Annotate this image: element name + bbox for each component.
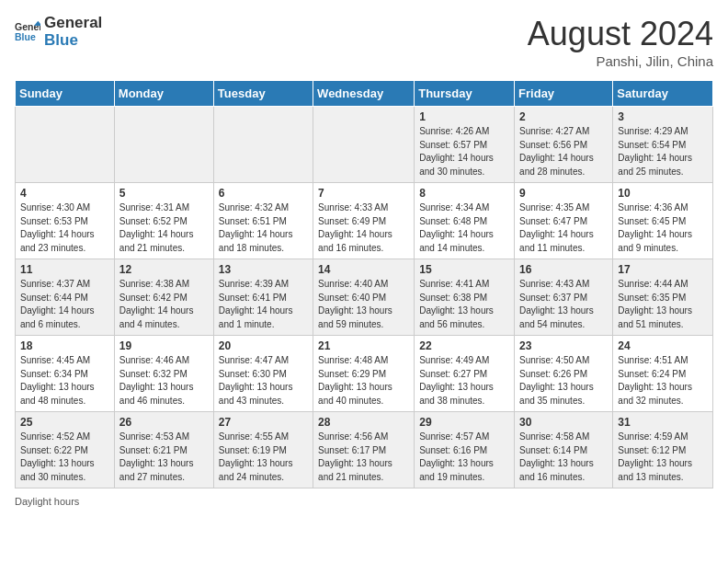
day-number: 5 [119, 187, 209, 200]
day-info: Sunrise: 4:51 AM Sunset: 6:24 PM Dayligh… [618, 354, 708, 408]
day-info: Sunrise: 4:59 AM Sunset: 6:12 PM Dayligh… [618, 431, 708, 484]
calendar-table: SundayMondayTuesdayWednesdayThursdayFrid… [15, 80, 713, 488]
day-cell: 11Sunrise: 4:37 AM Sunset: 6:44 PM Dayli… [16, 259, 115, 336]
logo-icon: General Blue [15, 19, 40, 45]
day-number: 11 [20, 263, 109, 276]
week-row-3: 11Sunrise: 4:37 AM Sunset: 6:44 PM Dayli… [16, 259, 713, 336]
day-cell: 3Sunrise: 4:29 AM Sunset: 6:54 PM Daylig… [613, 107, 713, 183]
day-cell: 25Sunrise: 4:52 AM Sunset: 6:22 PM Dayli… [16, 412, 115, 488]
day-cell: 6Sunrise: 4:32 AM Sunset: 6:51 PM Daylig… [213, 183, 313, 259]
column-header-sunday: Sunday [16, 81, 115, 107]
day-cell: 2Sunrise: 4:27 AM Sunset: 6:56 PM Daylig… [515, 107, 613, 183]
day-info: Sunrise: 4:48 AM Sunset: 6:29 PM Dayligh… [318, 354, 409, 408]
week-row-4: 18Sunrise: 4:45 AM Sunset: 6:34 PM Dayli… [16, 336, 713, 412]
day-number: 23 [519, 339, 608, 352]
day-cell: 26Sunrise: 4:53 AM Sunset: 6:21 PM Dayli… [114, 412, 213, 488]
day-number: 24 [618, 339, 708, 352]
day-info: Sunrise: 4:44 AM Sunset: 6:35 PM Dayligh… [618, 278, 708, 331]
day-info: Sunrise: 4:45 AM Sunset: 6:34 PM Dayligh… [20, 354, 109, 408]
day-cell: 9Sunrise: 4:35 AM Sunset: 6:47 PM Daylig… [515, 183, 613, 259]
day-cell: 19Sunrise: 4:46 AM Sunset: 6:32 PM Dayli… [114, 336, 213, 412]
daylight-label: Daylight hours [15, 496, 79, 507]
day-number: 22 [419, 339, 509, 352]
day-info: Sunrise: 4:26 AM Sunset: 6:57 PM Dayligh… [419, 125, 509, 178]
day-number: 19 [119, 339, 209, 352]
day-info: Sunrise: 4:58 AM Sunset: 6:14 PM Dayligh… [519, 431, 608, 484]
day-cell: 12Sunrise: 4:38 AM Sunset: 6:42 PM Dayli… [114, 259, 213, 336]
day-info: Sunrise: 4:50 AM Sunset: 6:26 PM Dayligh… [519, 354, 608, 408]
day-info: Sunrise: 4:40 AM Sunset: 6:40 PM Dayligh… [318, 278, 409, 331]
day-cell: 21Sunrise: 4:48 AM Sunset: 6:29 PM Dayli… [313, 336, 415, 412]
day-number: 4 [20, 187, 109, 200]
day-cell: 7Sunrise: 4:33 AM Sunset: 6:49 PM Daylig… [313, 183, 415, 259]
week-row-5: 25Sunrise: 4:52 AM Sunset: 6:22 PM Dayli… [16, 412, 713, 488]
day-cell: 23Sunrise: 4:50 AM Sunset: 6:26 PM Dayli… [515, 336, 613, 412]
day-number: 17 [618, 263, 708, 276]
week-row-1: 1Sunrise: 4:26 AM Sunset: 6:57 PM Daylig… [16, 107, 713, 183]
day-number: 31 [618, 416, 708, 429]
day-cell: 29Sunrise: 4:57 AM Sunset: 6:16 PM Dayli… [415, 412, 515, 488]
column-header-thursday: Thursday [415, 81, 515, 107]
title-block: August 2024 Panshi, Jilin, China [528, 15, 713, 69]
logo: General Blue General Blue [15, 15, 102, 49]
day-cell: 30Sunrise: 4:58 AM Sunset: 6:14 PM Dayli… [515, 412, 613, 488]
day-cell: 24Sunrise: 4:51 AM Sunset: 6:24 PM Dayli… [613, 336, 713, 412]
day-cell [213, 107, 313, 183]
column-header-tuesday: Tuesday [213, 81, 313, 107]
day-number: 8 [419, 187, 509, 200]
week-row-2: 4Sunrise: 4:30 AM Sunset: 6:53 PM Daylig… [16, 183, 713, 259]
day-number: 2 [519, 110, 608, 123]
day-number: 9 [519, 187, 608, 200]
day-cell: 16Sunrise: 4:43 AM Sunset: 6:37 PM Dayli… [515, 259, 613, 336]
day-info: Sunrise: 4:47 AM Sunset: 6:30 PM Dayligh… [219, 354, 308, 408]
day-number: 26 [119, 416, 209, 429]
day-info: Sunrise: 4:32 AM Sunset: 6:51 PM Dayligh… [219, 201, 308, 255]
day-info: Sunrise: 4:53 AM Sunset: 6:21 PM Dayligh… [119, 431, 209, 484]
day-cell: 10Sunrise: 4:36 AM Sunset: 6:45 PM Dayli… [613, 183, 713, 259]
day-cell: 13Sunrise: 4:39 AM Sunset: 6:41 PM Dayli… [213, 259, 313, 336]
day-cell [16, 107, 115, 183]
day-number: 1 [419, 110, 509, 123]
day-number: 15 [419, 263, 509, 276]
day-cell: 20Sunrise: 4:47 AM Sunset: 6:30 PM Dayli… [213, 336, 313, 412]
day-number: 3 [618, 110, 708, 123]
day-info: Sunrise: 4:55 AM Sunset: 6:19 PM Dayligh… [219, 431, 308, 484]
column-header-friday: Friday [515, 81, 613, 107]
day-info: Sunrise: 4:39 AM Sunset: 6:41 PM Dayligh… [219, 278, 308, 331]
calendar-header-row: SundayMondayTuesdayWednesdayThursdayFrid… [16, 81, 713, 107]
day-cell: 15Sunrise: 4:41 AM Sunset: 6:38 PM Dayli… [415, 259, 515, 336]
day-number: 12 [119, 263, 209, 276]
day-info: Sunrise: 4:43 AM Sunset: 6:37 PM Dayligh… [519, 278, 608, 331]
day-number: 18 [20, 339, 109, 352]
month-year-title: August 2024 [528, 15, 713, 53]
logo-general-text: General [44, 15, 102, 32]
day-cell: 28Sunrise: 4:56 AM Sunset: 6:17 PM Dayli… [313, 412, 415, 488]
day-cell: 27Sunrise: 4:55 AM Sunset: 6:19 PM Dayli… [213, 412, 313, 488]
column-header-wednesday: Wednesday [313, 81, 415, 107]
day-number: 30 [519, 416, 608, 429]
day-cell [313, 107, 415, 183]
day-cell: 14Sunrise: 4:40 AM Sunset: 6:40 PM Dayli… [313, 259, 415, 336]
day-number: 16 [519, 263, 608, 276]
day-number: 14 [318, 263, 409, 276]
day-info: Sunrise: 4:31 AM Sunset: 6:52 PM Dayligh… [119, 201, 209, 255]
day-info: Sunrise: 4:46 AM Sunset: 6:32 PM Dayligh… [119, 354, 209, 408]
logo-blue-text: Blue [44, 32, 102, 50]
day-cell: 4Sunrise: 4:30 AM Sunset: 6:53 PM Daylig… [16, 183, 115, 259]
day-info: Sunrise: 4:27 AM Sunset: 6:56 PM Dayligh… [519, 125, 608, 178]
day-info: Sunrise: 4:41 AM Sunset: 6:38 PM Dayligh… [419, 278, 509, 331]
day-cell: 1Sunrise: 4:26 AM Sunset: 6:57 PM Daylig… [415, 107, 515, 183]
day-number: 20 [219, 339, 308, 352]
day-number: 25 [20, 416, 109, 429]
day-number: 21 [318, 339, 409, 352]
day-info: Sunrise: 4:38 AM Sunset: 6:42 PM Dayligh… [119, 278, 209, 331]
day-number: 27 [219, 416, 308, 429]
day-number: 28 [318, 416, 409, 429]
day-cell [114, 107, 213, 183]
day-cell: 17Sunrise: 4:44 AM Sunset: 6:35 PM Dayli… [613, 259, 713, 336]
day-info: Sunrise: 4:29 AM Sunset: 6:54 PM Dayligh… [618, 125, 708, 178]
day-info: Sunrise: 4:33 AM Sunset: 6:49 PM Dayligh… [318, 201, 409, 255]
day-cell: 5Sunrise: 4:31 AM Sunset: 6:52 PM Daylig… [114, 183, 213, 259]
day-info: Sunrise: 4:30 AM Sunset: 6:53 PM Dayligh… [20, 201, 109, 255]
day-info: Sunrise: 4:36 AM Sunset: 6:45 PM Dayligh… [618, 201, 708, 255]
